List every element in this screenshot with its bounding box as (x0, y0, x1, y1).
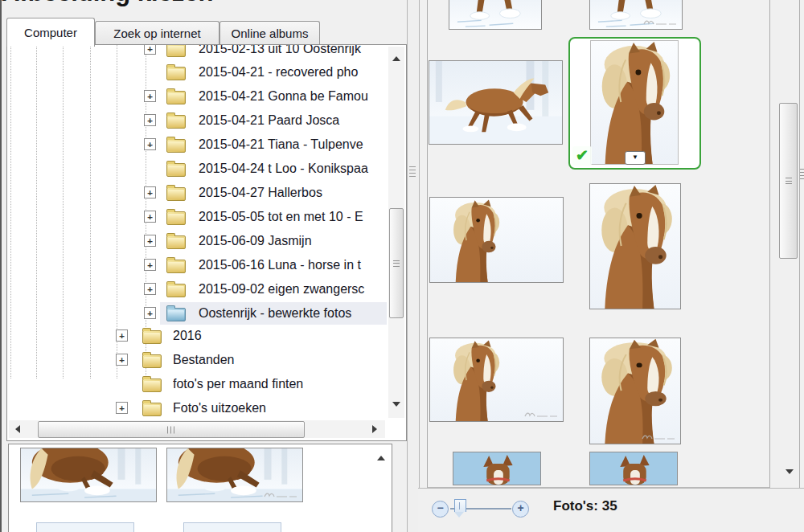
tree-horizontal-scrollbar[interactable] (9, 420, 385, 438)
tree-item[interactable]: + 2015-09-02 eigen zwangersc (7, 277, 388, 301)
photo-thumbnail[interactable] (429, 60, 563, 145)
tab-online-label: Online albums (232, 27, 309, 40)
grid-scrollbar-thumb[interactable] (779, 103, 798, 259)
scroll-right-icon[interactable] (372, 425, 377, 433)
tree-scrollbar-thumb[interactable] (389, 208, 404, 318)
filmstrip-panel (8, 444, 392, 532)
expand-plus-icon[interactable]: + (144, 114, 156, 126)
tree-item-label: 2015-04-21 - recovered pho (199, 60, 388, 84)
scroll-up-icon[interactable] (377, 456, 385, 460)
tree-item-selected[interactable]: + Oostenrijk - bewerkte fotos (7, 301, 388, 325)
zoom-out-button[interactable]: − (432, 501, 449, 518)
tree-item[interactable]: 2015-04-21 - recovered pho (7, 60, 388, 84)
window-title-clipped: Afbeelding kiezen (2, 0, 347, 7)
expand-plus-icon[interactable]: + (116, 354, 128, 366)
folder-icon (166, 235, 186, 249)
expand-plus-icon[interactable]: + (144, 307, 156, 319)
scroll-down-icon[interactable] (392, 402, 400, 407)
tree-item[interactable]: + Foto's uitzoeken (7, 396, 388, 420)
tree-item[interactable]: + 2015-04-27 Hallerbos (7, 181, 388, 205)
splitter-grip-icon (409, 166, 416, 178)
photo-thumbnail-selected[interactable] (590, 40, 679, 165)
tree-item[interactable]: foto's per maand finten (7, 372, 388, 396)
tree-vertical-scrollbar[interactable] (388, 47, 404, 418)
folder-icon (166, 115, 186, 129)
expand-plus-icon[interactable]: + (116, 329, 128, 342)
photo-count-label: Foto's: 35 (553, 498, 617, 514)
open-folder-icon (166, 308, 186, 321)
panel-splitter[interactable] (407, 0, 420, 532)
photo-thumbnail[interactable] (429, 338, 564, 422)
tree-hscrollbar-thumb[interactable] (38, 421, 305, 438)
photo-options-dropdown-icon[interactable]: ▼ (625, 151, 646, 165)
tree-item[interactable]: + 2015-05-05 tot en met 10 - E (7, 205, 388, 229)
filmstrip-vertical-scrollbar[interactable] (374, 449, 388, 530)
photo-grid-panel: ✔ ▼ (427, 0, 770, 488)
tree-item[interactable]: + 2015-06-09 Jasmijn (7, 229, 388, 253)
scroll-up-icon[interactable] (392, 56, 400, 61)
tree-item[interactable]: + 2015-02-13 uit 10 Oostenrijk (7, 44, 388, 61)
expand-plus-icon[interactable]: + (144, 211, 156, 223)
tree-item-label: foto's per maand finten (173, 372, 388, 396)
photo-thumbnail[interactable] (449, 0, 542, 30)
folder-icon (166, 211, 186, 225)
tree-item-label: 2015-04-24 t Loo - Konikspaa (199, 157, 388, 181)
tree-item-label: Bestanden (173, 348, 388, 372)
photo-thumbnail[interactable] (429, 197, 564, 283)
right-edge-grip-icon (800, 169, 804, 179)
grid-status-bar: − + Foto's: 35 (418, 488, 804, 532)
expand-plus-icon[interactable]: + (144, 283, 156, 295)
tree-item[interactable]: + 2016 (7, 324, 388, 348)
tab-online-albums[interactable]: Online albums (219, 21, 320, 45)
photo-thumbnail[interactable] (589, 338, 681, 444)
selected-photo-frame[interactable]: ✔ ▼ (568, 37, 701, 170)
photo-thumbnail[interactable] (589, 183, 681, 309)
tree-item-label: 2015-04-21 Gonna be Famou (199, 84, 388, 108)
folder-icon (142, 403, 162, 416)
expand-plus-icon[interactable]: + (144, 235, 156, 247)
photo-thumbnail[interactable] (589, 0, 683, 30)
expand-plus-icon[interactable]: + (144, 44, 156, 55)
tree-item[interactable]: + 2015-04-21 Tiana - Tulpenve (7, 133, 388, 157)
photo-thumbnail[interactable] (20, 448, 157, 502)
grid-scroll-down-icon[interactable] (786, 469, 794, 474)
scrollbar-grip-icon (167, 426, 175, 433)
expand-plus-icon[interactable]: + (144, 259, 156, 271)
tab-zoek-op-internet[interactable]: Zoek op internet (95, 21, 219, 45)
expand-plus-icon[interactable]: + (144, 138, 156, 150)
folder-tree-panel: + 2015-02-13 uit 10 Oostenrijk 2015-04-2… (6, 44, 407, 441)
expand-plus-icon[interactable]: + (116, 402, 128, 414)
expand-plus-icon[interactable]: + (144, 186, 156, 198)
tree-item-label: Oostenrijk - bewerkte fotos (199, 301, 388, 325)
scroll-left-icon[interactable] (15, 425, 20, 433)
tab-computer[interactable]: Computer (6, 18, 95, 47)
folder-icon (142, 354, 162, 368)
folder-icon (166, 187, 186, 201)
folder-icon (166, 91, 186, 104)
scrollbar-grip-icon (393, 260, 400, 267)
expand-plus-icon[interactable]: + (144, 90, 156, 102)
photo-thumbnail[interactable] (166, 448, 303, 502)
tree-item-label: 2015-06-09 Jasmijn (199, 229, 388, 253)
watermark (263, 491, 300, 499)
folder-icon (166, 284, 186, 297)
tree-item-label: 2015-09-02 eigen zwangersc (199, 277, 388, 301)
tree-item[interactable]: + 2015-04-21 Gonna be Famou (7, 84, 388, 108)
photo-thumbnail-partial[interactable] (36, 522, 134, 532)
selected-check-icon[interactable]: ✔ (572, 146, 592, 166)
zoom-in-button[interactable]: + (512, 501, 529, 518)
tree-item[interactable]: + 2015-06-16 Luna - horse in t (7, 253, 388, 277)
thumbnail-size-slider-thumb[interactable] (454, 499, 466, 512)
photo-thumbnail[interactable] (453, 452, 541, 485)
tab-computer-label: Computer (24, 26, 77, 39)
tree-item-label: 2015-04-21 Paard Josca (199, 108, 388, 133)
photo-thumbnail[interactable] (589, 452, 678, 485)
tree-item-label: 2015-04-27 Hallerbos (199, 181, 388, 205)
tree-item[interactable]: + Bestanden (7, 348, 388, 372)
window-right-edge (799, 0, 800, 532)
tree-item[interactable]: + 2015-04-21 Paard Josca (7, 108, 388, 133)
tree-item[interactable]: 2015-04-24 t Loo - Konikspaa (7, 157, 388, 181)
tree-item-label: 2015-02-13 uit 10 Oostenrijk (199, 44, 388, 61)
folder-icon (166, 44, 186, 57)
photo-thumbnail-partial[interactable] (183, 522, 281, 532)
